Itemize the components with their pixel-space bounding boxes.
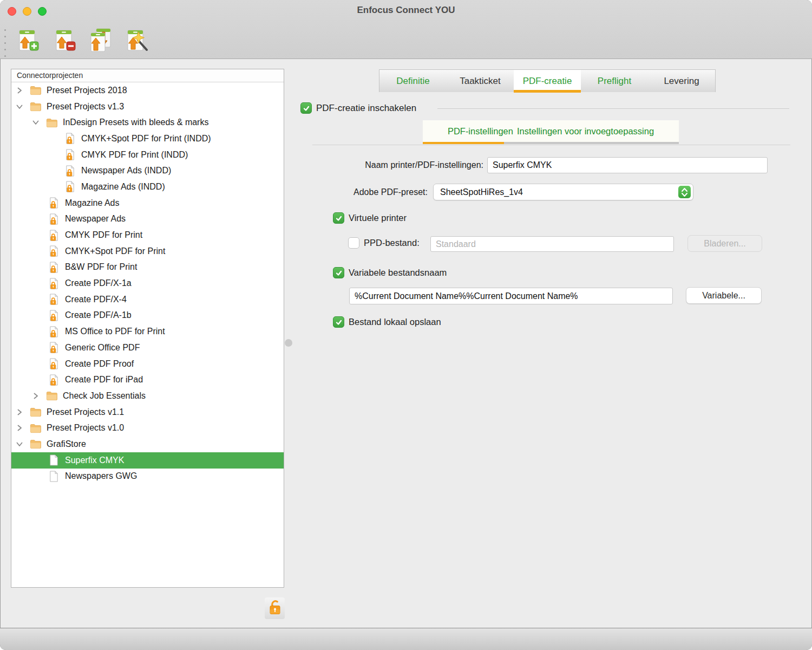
folder-icon	[30, 422, 41, 434]
tree-item[interactable]: Magazine Ads	[11, 195, 284, 211]
tree-item[interactable]: Preset Projects v1.1	[11, 404, 284, 420]
tree-item[interactable]: MS Office to PDF for Print	[11, 323, 284, 340]
unlock-icon[interactable]	[265, 597, 285, 619]
chevron-right-icon[interactable]	[16, 87, 23, 94]
toolbar-drag-handle[interactable]	[4, 29, 6, 57]
pdf-subtabs: PDF-instellingen Instellingen voor invoe…	[423, 120, 679, 142]
app-window: Enfocus Connect YOU	[0, 0, 812, 650]
variable-button[interactable]: Variabele...	[686, 287, 762, 304]
locked-document-icon	[48, 310, 60, 321]
folder-icon	[30, 438, 41, 450]
folder-icon	[30, 84, 41, 96]
tree-item[interactable]: CMYK+Spot PDF for Print (INDD)	[11, 131, 284, 147]
locked-document-icon	[64, 149, 76, 160]
tree-item-selected[interactable]: Superfix CMYK	[11, 452, 284, 469]
connector-projects-panel: Connectorprojecten Preset Projects 2018 …	[11, 69, 284, 588]
locked-document-icon	[48, 262, 60, 273]
locked-document-icon	[64, 181, 76, 192]
folder-icon	[30, 101, 41, 112]
tab-taakticket[interactable]: Taakticket	[447, 70, 514, 92]
locked-document-icon	[48, 278, 60, 289]
folder-icon	[30, 406, 41, 418]
pdf-creatie-enable-checkbox[interactable]	[300, 102, 312, 114]
adobe-pdf-preset-label: Adobe PDF-preset:	[303, 187, 428, 197]
sidebar-header: Connectorprojecten	[11, 69, 284, 82]
pane-splitter-handle[interactable]	[285, 339, 292, 347]
tab-levering[interactable]: Levering	[648, 70, 715, 92]
locked-document-icon	[64, 165, 76, 177]
locked-document-icon	[48, 374, 60, 386]
tree-item[interactable]: Preset Projects v1.3	[11, 99, 284, 115]
select-stepper-icon	[678, 186, 691, 198]
filename-pattern-input[interactable]	[349, 288, 673, 304]
subtab-pdf-instellingen[interactable]: PDF-instellingen	[448, 126, 513, 136]
tree-item[interactable]: Create PDF/X-1a	[11, 275, 284, 291]
groupbox-line	[312, 145, 790, 145]
status-bar	[0, 628, 812, 650]
window-title: Enfocus Connect YOU	[0, 5, 812, 16]
virtual-printer-label: Virtuele printer	[349, 213, 407, 223]
adobe-pdf-preset-select[interactable]: SheetSpotHiRes_1v4	[433, 184, 693, 200]
tree-item[interactable]: CMYK+Spot PDF for Print	[11, 243, 284, 259]
locked-document-icon	[48, 245, 60, 257]
locked-document-icon	[48, 230, 60, 241]
tree-item[interactable]: Create PDF/A-1b	[11, 308, 284, 324]
project-wizard-icon[interactable]	[123, 27, 150, 55]
ppd-file-input[interactable]	[430, 236, 674, 252]
chevron-down-icon[interactable]	[16, 440, 23, 448]
chevron-right-icon[interactable]	[32, 392, 40, 400]
ppd-file-checkbox[interactable]	[348, 237, 359, 249]
tree-item[interactable]: Newspaper Ads (INDD)	[11, 162, 284, 179]
chevron-right-icon[interactable]	[16, 408, 23, 416]
locked-document-icon	[48, 326, 60, 337]
tab-pdf-creatie[interactable]: PDF-creatie	[514, 70, 581, 92]
subtab-invoegtoepassing[interactable]: Instellingen voor invoegtoepassing	[517, 126, 654, 136]
save-local-label: Bestand lokaal opslaan	[349, 317, 441, 327]
tree-item[interactable]: B&W PDF for Print	[11, 259, 284, 276]
chevron-right-icon[interactable]	[16, 424, 23, 432]
document-icon	[48, 454, 60, 466]
folder-icon	[46, 117, 57, 128]
variable-filename-label: Variabele bestandsnaam	[349, 268, 447, 278]
subtab-underline	[504, 142, 679, 144]
variable-filename-checkbox[interactable]	[333, 267, 344, 278]
tree-item[interactable]: InDesign Presets with bleeds & marks	[11, 114, 284, 131]
tree-item[interactable]: CMYK PDF for Print (INDD)	[11, 147, 284, 163]
locked-document-icon	[48, 294, 60, 305]
tree-item[interactable]: CMYK PDF for Print	[11, 227, 284, 243]
tree-item[interactable]: Newspapers GWG	[11, 469, 284, 485]
tree-item[interactable]: Generic Office PDF	[11, 340, 284, 356]
printer-name-label: Naam printer/PDF-instellingen:	[303, 160, 483, 170]
project-tree: Preset Projects 2018 Preset Projects v1.…	[11, 82, 284, 587]
tree-item[interactable]: Preset Projects 2018	[11, 82, 284, 99]
save-local-checkbox[interactable]	[333, 316, 344, 328]
folder-icon	[46, 390, 57, 401]
printer-name-input[interactable]	[487, 157, 768, 173]
locked-document-icon	[64, 133, 76, 144]
tree-item[interactable]: Create PDF/X-4	[11, 291, 284, 308]
tree-item[interactable]: Preset Projects v1.0	[11, 420, 284, 436]
tree-item[interactable]: Create PDF Proof	[11, 356, 284, 372]
tree-item[interactable]: Magazine Ads (INDD)	[11, 179, 284, 195]
title-toolbar-area: Enfocus Connect YOU	[0, 0, 812, 59]
pdf-creatie-enable-label: PDF-creatie inschakelen	[316, 103, 416, 114]
chevron-down-icon[interactable]	[32, 119, 40, 126]
import-export-projects-icon[interactable]	[88, 27, 115, 55]
section-tabs: Definitie Taakticket PDF-creatie Preflig…	[379, 69, 716, 92]
remove-project-icon[interactable]	[52, 27, 79, 55]
active-subtab-underline	[423, 142, 504, 144]
tree-item[interactable]: GrafiStore	[11, 436, 284, 452]
chevron-down-icon[interactable]	[16, 103, 23, 110]
locked-document-icon	[48, 342, 60, 353]
tree-item[interactable]: Newspaper Ads	[11, 211, 284, 227]
add-project-icon[interactable]	[15, 27, 42, 55]
tab-definitie[interactable]: Definitie	[379, 70, 447, 92]
browse-button[interactable]: Bladeren...	[687, 235, 762, 252]
tab-preflight[interactable]: Preflight	[581, 70, 648, 92]
groupbox-line	[437, 108, 789, 109]
locked-document-icon	[48, 358, 60, 369]
locked-document-icon	[48, 213, 60, 225]
tree-item[interactable]: Create PDF for iPad	[11, 372, 284, 388]
virtual-printer-checkbox[interactable]	[333, 212, 344, 224]
tree-item[interactable]: Check Job Essentials	[11, 388, 284, 404]
